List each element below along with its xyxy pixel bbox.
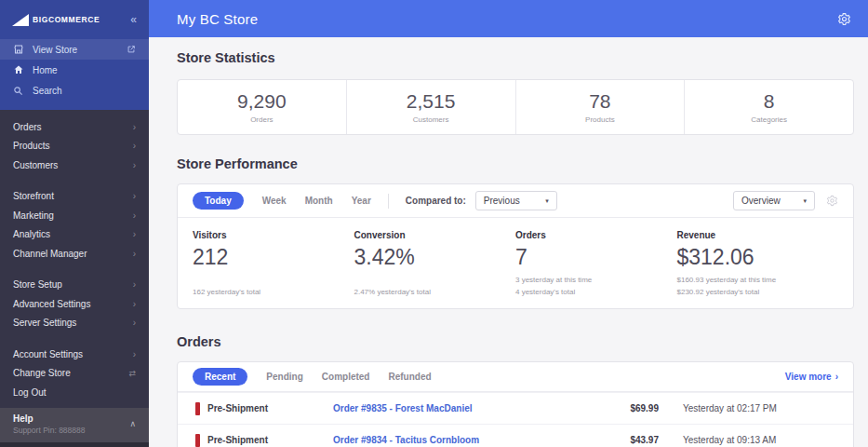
- chevron-right-icon: ›: [133, 279, 136, 290]
- tab-refunded[interactable]: Refunded: [388, 372, 431, 382]
- sidebar-item-orders[interactable]: Orders ›: [0, 117, 149, 137]
- metric-note: $230.92 yesterday's total: [677, 286, 839, 298]
- order-row: Pre-Shipment Order #9835 - Forest MacDan…: [178, 392, 853, 424]
- store-performance-heading: Store Performance: [177, 156, 854, 171]
- sidebar-item-store-setup[interactable]: Store Setup ›: [0, 276, 149, 295]
- sidebar-item-label: Home: [33, 65, 58, 75]
- support-pin: Support Pin: 888888: [13, 426, 86, 435]
- sidebar-item-search[interactable]: Search: [0, 80, 149, 101]
- sidebar-item-products[interactable]: Products ›: [0, 137, 149, 156]
- sidebar-item-customers[interactable]: Customers ›: [0, 156, 149, 175]
- sidebar-item-log-out[interactable]: Log Out: [0, 383, 149, 402]
- chevron-right-icon: ›: [133, 141, 136, 151]
- sidebar-item-marketing[interactable]: Marketing ›: [0, 206, 149, 225]
- sidebar-menu: Orders › Products › Customers › Storefro…: [0, 110, 149, 408]
- metric-value: 7: [515, 245, 677, 270]
- menu-label: Customers: [13, 160, 133, 170]
- chevron-right-icon: ›: [133, 191, 136, 201]
- gear-icon[interactable]: [837, 12, 851, 26]
- chevron-right-icon: ›: [133, 210, 136, 221]
- sidebar-item-storefront[interactable]: Storefront ›: [0, 187, 149, 207]
- sidebar-bottom-strip: [0, 442, 149, 447]
- order-amount: $69.99: [580, 403, 659, 413]
- store-title: My BC Store: [177, 11, 258, 27]
- metric-note: 3 yesterday at this time: [515, 274, 677, 286]
- sidebar-item-channel-manager[interactable]: Channel Manager ›: [0, 244, 149, 264]
- app-window: BIGCOMMERCE « View Store Home: [0, 0, 868, 447]
- store-statistics-card: 9,290 Orders 2,515 Customers 78 Products…: [177, 79, 854, 135]
- tab-week[interactable]: Week: [262, 196, 287, 206]
- main-area: My BC Store Store Statistics 9,290 Order…: [149, 0, 868, 447]
- tab-recent[interactable]: Recent: [193, 368, 247, 386]
- menu-label: Change Store: [13, 368, 128, 378]
- view-select[interactable]: Overview ▾: [733, 191, 815, 210]
- performance-metrics: Visitors 212 162 yesterday's total Conve…: [178, 218, 853, 308]
- stat-value: 2,515: [407, 90, 456, 113]
- tab-month[interactable]: Month: [305, 196, 333, 206]
- stat-label: Orders: [250, 115, 273, 124]
- sidebar-item-change-store[interactable]: Change Store ⇄: [0, 364, 149, 384]
- sidebar-top: BIGCOMMERCE « View Store Home: [0, 0, 149, 110]
- metric-orders: Orders 7 3 yesterday at this time 4 yest…: [515, 230, 677, 298]
- sidebar-item-home[interactable]: Home: [0, 60, 149, 80]
- top-header: My BC Store: [149, 0, 868, 37]
- help-title: Help: [13, 413, 86, 424]
- sidebar-collapse-icon[interactable]: «: [130, 13, 137, 26]
- chevron-right-icon: ›: [133, 160, 136, 170]
- order-status: Pre-Shipment: [189, 434, 333, 447]
- chevron-right-icon: ›: [133, 229, 136, 239]
- compare-select[interactable]: Previous ▾: [475, 191, 557, 210]
- view-more-link[interactable]: View more ›: [785, 372, 838, 382]
- sidebar: BIGCOMMERCE « View Store Home: [0, 0, 149, 447]
- performance-gear-icon[interactable]: [826, 195, 838, 207]
- sidebar-item-analytics[interactable]: Analytics ›: [0, 225, 149, 245]
- help-panel[interactable]: Help Support Pin: 888888 ∧: [0, 408, 149, 442]
- order-status-label: Pre-Shipment: [207, 435, 268, 445]
- stat-label: Categories: [751, 115, 787, 124]
- sidebar-item-label: Search: [33, 86, 62, 96]
- tab-pending[interactable]: Pending: [266, 372, 302, 382]
- chevron-right-icon: ›: [133, 318, 136, 328]
- metric-value: 212: [193, 245, 354, 270]
- menu-label: Channel Manager: [13, 249, 133, 259]
- store-performance-card: Today Week Month Year Compared to: Previ…: [177, 183, 854, 309]
- metric-note: 162 yesterday's total: [193, 286, 354, 298]
- order-time: Yesterday at 09:13 AM: [659, 435, 776, 445]
- metric-note: 4 yesterday's total: [515, 286, 677, 298]
- chevron-right-icon: ›: [133, 122, 136, 132]
- chevron-right-icon: ›: [835, 372, 838, 382]
- sidebar-item-account-settings[interactable]: Account Settings ›: [0, 345, 149, 364]
- chevron-right-icon: ›: [133, 299, 136, 309]
- store-statistics-heading: Store Statistics: [177, 50, 854, 65]
- metric-label: Visitors: [193, 230, 354, 240]
- tab-completed[interactable]: Completed: [322, 372, 370, 382]
- order-status-label: Pre-Shipment: [207, 403, 268, 413]
- menu-label: Account Settings: [13, 349, 133, 359]
- stat-label: Customers: [413, 115, 449, 124]
- sidebar-item-view-store[interactable]: View Store: [0, 39, 149, 60]
- metric-label: Orders: [515, 230, 677, 240]
- order-row: Pre-Shipment Order #9834 - Tacitus Cornb…: [178, 424, 853, 447]
- chevron-up-icon: ∧: [129, 419, 136, 428]
- menu-label: Advanced Settings: [13, 299, 133, 309]
- menu-label: Storefront: [13, 191, 133, 201]
- logo-sail-icon: [12, 14, 29, 26]
- order-time: Yesterday at 02:17 PM: [659, 403, 777, 413]
- tab-year[interactable]: Year: [352, 196, 371, 206]
- stat-products: 78 Products: [516, 80, 686, 134]
- divider: [388, 194, 389, 209]
- order-amount: $43.97: [580, 435, 659, 445]
- order-link[interactable]: Order #9835 - Forest MacDaniel: [333, 403, 580, 413]
- tab-today[interactable]: Today: [193, 192, 244, 210]
- metric-label: Conversion: [354, 230, 516, 240]
- sidebar-item-advanced-settings[interactable]: Advanced Settings ›: [0, 294, 149, 314]
- chevron-right-icon: ›: [133, 349, 136, 359]
- metric-value: 3.42%: [354, 245, 516, 270]
- performance-toolbar: Today Week Month Year Compared to: Previ…: [178, 184, 853, 218]
- sidebar-item-server-settings[interactable]: Server Settings ›: [0, 314, 149, 333]
- compared-to-label: Compared to:: [406, 196, 466, 206]
- storefront-icon: [12, 44, 24, 55]
- orders-tabs: Recent Pending Completed Refunded View m…: [178, 362, 853, 392]
- order-link[interactable]: Order #9834 - Tacitus Cornbloom: [333, 435, 580, 445]
- search-icon: [12, 86, 24, 96]
